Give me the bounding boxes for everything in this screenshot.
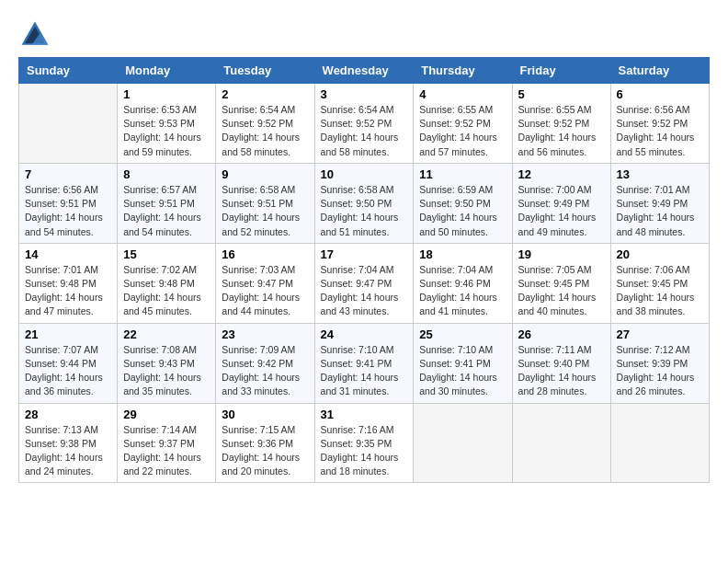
day-info: Sunrise: 7:16 AMSunset: 9:35 PMDaylight:… — [321, 423, 408, 479]
day-info: Sunrise: 7:14 AMSunset: 9:37 PMDaylight:… — [123, 423, 210, 479]
day-number: 16 — [222, 247, 308, 261]
day-number: 25 — [419, 327, 506, 341]
day-number: 12 — [518, 167, 605, 181]
calendar-day-cell: 12Sunrise: 7:00 AMSunset: 9:49 PMDayligh… — [512, 163, 610, 243]
calendar-day-cell: 19Sunrise: 7:05 AMSunset: 9:45 PMDayligh… — [512, 243, 610, 323]
logo — [18, 18, 55, 52]
calendar-day-cell: 22Sunrise: 7:08 AMSunset: 9:43 PMDayligh… — [118, 323, 216, 403]
day-info: Sunrise: 7:00 AMSunset: 9:49 PMDaylight:… — [518, 183, 605, 239]
day-number: 7 — [25, 167, 111, 181]
calendar-day-cell: 23Sunrise: 7:09 AMSunset: 9:42 PMDayligh… — [216, 323, 314, 403]
day-info: Sunrise: 7:07 AMSunset: 9:44 PMDaylight:… — [25, 343, 111, 399]
calendar-day-cell: 24Sunrise: 7:10 AMSunset: 9:41 PMDayligh… — [314, 323, 414, 403]
calendar-day-cell: 18Sunrise: 7:04 AMSunset: 9:46 PMDayligh… — [414, 243, 512, 323]
day-info: Sunrise: 6:58 AMSunset: 9:50 PMDaylight:… — [321, 183, 408, 239]
weekday-header-wednesday: Wednesday — [314, 58, 414, 84]
day-info: Sunrise: 6:58 AMSunset: 9:51 PMDaylight:… — [222, 183, 308, 239]
day-number: 27 — [617, 327, 703, 341]
calendar-day-cell: 13Sunrise: 7:01 AMSunset: 9:49 PMDayligh… — [610, 163, 709, 243]
day-info: Sunrise: 6:55 AMSunset: 9:52 PMDaylight:… — [419, 103, 506, 159]
calendar-week-row: 21Sunrise: 7:07 AMSunset: 9:44 PMDayligh… — [19, 323, 710, 403]
day-info: Sunrise: 7:08 AMSunset: 9:43 PMDaylight:… — [123, 343, 210, 399]
calendar-day-cell — [512, 403, 610, 483]
day-number: 20 — [617, 247, 703, 261]
day-info: Sunrise: 7:01 AMSunset: 9:49 PMDaylight:… — [617, 183, 703, 239]
day-info: Sunrise: 6:54 AMSunset: 9:52 PMDaylight:… — [321, 103, 408, 159]
day-number: 15 — [123, 247, 210, 261]
calendar-day-cell — [414, 403, 512, 483]
calendar-day-cell: 7Sunrise: 6:56 AMSunset: 9:51 PMDaylight… — [19, 163, 118, 243]
day-info: Sunrise: 7:04 AMSunset: 9:47 PMDaylight:… — [321, 263, 408, 319]
calendar-day-cell: 20Sunrise: 7:06 AMSunset: 9:45 PMDayligh… — [610, 243, 709, 323]
calendar-day-cell: 31Sunrise: 7:16 AMSunset: 9:35 PMDayligh… — [314, 403, 414, 483]
calendar-day-cell: 29Sunrise: 7:14 AMSunset: 9:37 PMDayligh… — [118, 403, 216, 483]
day-number: 8 — [123, 167, 210, 181]
calendar-day-cell: 9Sunrise: 6:58 AMSunset: 9:51 PMDaylight… — [216, 163, 314, 243]
day-info: Sunrise: 6:54 AMSunset: 9:52 PMDaylight:… — [222, 103, 308, 159]
day-number: 29 — [123, 408, 210, 421]
weekday-header-monday: Monday — [118, 58, 216, 84]
day-info: Sunrise: 7:15 AMSunset: 9:36 PMDaylight:… — [222, 423, 308, 479]
page-header — [18, 18, 710, 52]
day-info: Sunrise: 6:55 AMSunset: 9:52 PMDaylight:… — [518, 103, 605, 159]
calendar-day-cell: 11Sunrise: 6:59 AMSunset: 9:50 PMDayligh… — [414, 163, 512, 243]
calendar-day-cell: 14Sunrise: 7:01 AMSunset: 9:48 PMDayligh… — [19, 243, 118, 323]
day-info: Sunrise: 7:04 AMSunset: 9:46 PMDaylight:… — [419, 263, 506, 319]
day-number: 4 — [419, 87, 506, 101]
calendar-body: 1Sunrise: 6:53 AMSunset: 9:53 PMDaylight… — [19, 84, 710, 483]
day-number: 10 — [321, 167, 408, 181]
calendar-day-cell: 8Sunrise: 6:57 AMSunset: 9:51 PMDaylight… — [118, 163, 216, 243]
day-number: 23 — [222, 327, 308, 341]
calendar-table: SundayMondayTuesdayWednesdayThursdayFrid… — [18, 57, 710, 483]
day-info: Sunrise: 7:10 AMSunset: 9:41 PMDaylight:… — [419, 343, 506, 399]
day-number: 5 — [518, 87, 605, 101]
day-number: 17 — [321, 247, 408, 261]
day-info: Sunrise: 6:53 AMSunset: 9:53 PMDaylight:… — [123, 103, 210, 159]
calendar-day-cell: 30Sunrise: 7:15 AMSunset: 9:36 PMDayligh… — [216, 403, 314, 483]
day-number: 30 — [222, 408, 308, 421]
calendar-header-row: SundayMondayTuesdayWednesdayThursdayFrid… — [19, 58, 710, 84]
calendar-day-cell: 3Sunrise: 6:54 AMSunset: 9:52 PMDaylight… — [314, 84, 414, 164]
calendar-week-row: 1Sunrise: 6:53 AMSunset: 9:53 PMDaylight… — [19, 84, 710, 164]
day-number: 13 — [617, 167, 703, 181]
day-number: 19 — [518, 247, 605, 261]
day-number: 3 — [321, 87, 408, 101]
calendar-day-cell: 10Sunrise: 6:58 AMSunset: 9:50 PMDayligh… — [314, 163, 414, 243]
calendar-day-cell: 15Sunrise: 7:02 AMSunset: 9:48 PMDayligh… — [118, 243, 216, 323]
day-number: 1 — [123, 87, 210, 101]
day-number: 14 — [25, 247, 111, 261]
calendar-day-cell: 26Sunrise: 7:11 AMSunset: 9:40 PMDayligh… — [512, 323, 610, 403]
weekday-header-saturday: Saturday — [610, 58, 709, 84]
weekday-header-sunday: Sunday — [19, 58, 118, 84]
calendar-day-cell: 28Sunrise: 7:13 AMSunset: 9:38 PMDayligh… — [19, 403, 118, 483]
calendar-day-cell: 5Sunrise: 6:55 AMSunset: 9:52 PMDaylight… — [512, 84, 610, 164]
day-info: Sunrise: 7:01 AMSunset: 9:48 PMDaylight:… — [25, 263, 111, 319]
day-info: Sunrise: 7:09 AMSunset: 9:42 PMDaylight:… — [222, 343, 308, 399]
day-info: Sunrise: 6:59 AMSunset: 9:50 PMDaylight:… — [419, 183, 506, 239]
weekday-header-friday: Friday — [512, 58, 610, 84]
day-info: Sunrise: 7:06 AMSunset: 9:45 PMDaylight:… — [617, 263, 703, 319]
day-number: 22 — [123, 327, 210, 341]
day-info: Sunrise: 7:05 AMSunset: 9:45 PMDaylight:… — [518, 263, 605, 319]
day-number: 6 — [617, 87, 703, 101]
calendar-day-cell: 4Sunrise: 6:55 AMSunset: 9:52 PMDaylight… — [414, 84, 512, 164]
day-number: 28 — [25, 408, 111, 421]
logo-icon — [18, 18, 51, 52]
day-info: Sunrise: 7:03 AMSunset: 9:47 PMDaylight:… — [222, 263, 308, 319]
day-number: 11 — [419, 167, 506, 181]
calendar-day-cell: 17Sunrise: 7:04 AMSunset: 9:47 PMDayligh… — [314, 243, 414, 323]
calendar-day-cell: 16Sunrise: 7:03 AMSunset: 9:47 PMDayligh… — [216, 243, 314, 323]
day-number: 18 — [419, 247, 506, 261]
day-number: 21 — [25, 327, 111, 341]
calendar-day-cell: 25Sunrise: 7:10 AMSunset: 9:41 PMDayligh… — [414, 323, 512, 403]
calendar-week-row: 28Sunrise: 7:13 AMSunset: 9:38 PMDayligh… — [19, 403, 710, 483]
day-info: Sunrise: 7:02 AMSunset: 9:48 PMDaylight:… — [123, 263, 210, 319]
day-info: Sunrise: 6:57 AMSunset: 9:51 PMDaylight:… — [123, 183, 210, 239]
weekday-header-thursday: Thursday — [414, 58, 512, 84]
day-info: Sunrise: 7:11 AMSunset: 9:40 PMDaylight:… — [518, 343, 605, 399]
calendar-day-cell: 2Sunrise: 6:54 AMSunset: 9:52 PMDaylight… — [216, 84, 314, 164]
calendar-week-row: 7Sunrise: 6:56 AMSunset: 9:51 PMDaylight… — [19, 163, 710, 243]
calendar-day-cell — [610, 403, 709, 483]
calendar-day-cell: 21Sunrise: 7:07 AMSunset: 9:44 PMDayligh… — [19, 323, 118, 403]
day-number: 24 — [321, 327, 408, 341]
